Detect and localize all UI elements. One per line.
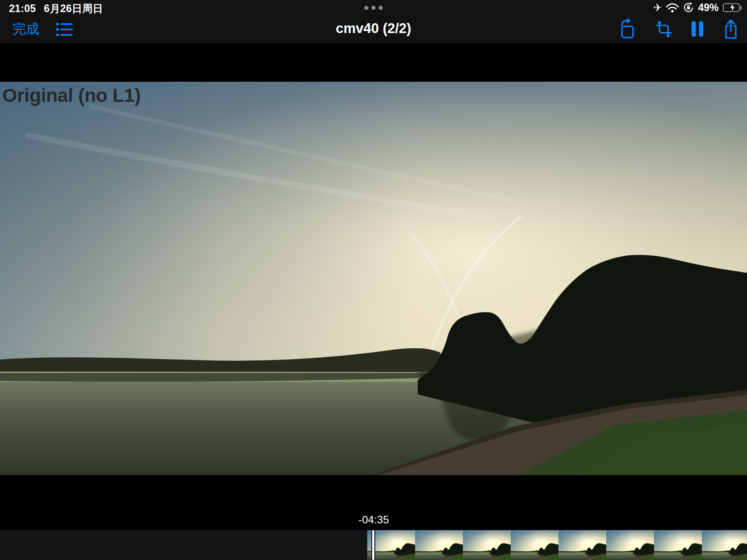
thumbnail-frame — [415, 530, 463, 560]
playhead[interactable] — [372, 530, 374, 560]
header: 21:05 6月26日周日 ✈ 49% — [0, 0, 747, 43]
status-bar: 21:05 6月26日周日 ✈ 49% — [0, 0, 747, 14]
orientation-lock-icon — [683, 2, 694, 13]
share-icon — [722, 18, 740, 40]
video-overlay-label: Original (no L1) — [2, 84, 141, 106]
time-remaining-label: -04:35 — [344, 514, 403, 526]
timeline-thumbnail[interactable] — [558, 530, 606, 560]
toolbar: 完成 cmv40 (2/2) — [0, 14, 747, 43]
crop-icon — [655, 20, 673, 38]
battery-percent: 49% — [698, 2, 718, 14]
pause-icon — [691, 21, 704, 38]
thumbnail-frame — [654, 530, 702, 560]
timeline-thumbnail[interactable] — [463, 530, 511, 560]
timeline-thumbnail[interactable] — [511, 530, 558, 560]
thumbnail-frame — [606, 530, 654, 560]
timeline-filmstrip[interactable] — [0, 530, 747, 560]
thumbnail-frame — [511, 530, 558, 560]
timeline-thumbnail[interactable] — [654, 530, 702, 560]
battery-charging-icon — [723, 3, 742, 12]
rotate-button[interactable] — [618, 19, 637, 39]
wifi-icon — [666, 3, 679, 13]
pause-button[interactable] — [691, 21, 704, 38]
multitasking-dots-icon — [365, 6, 383, 10]
share-button[interactable] — [722, 18, 740, 40]
timeline-thumbnail[interactable] — [367, 530, 415, 560]
charging-bolt-icon — [730, 3, 735, 13]
video-frame — [0, 82, 747, 475]
airplane-icon: ✈ — [653, 3, 662, 13]
status-time: 21:05 — [9, 3, 36, 15]
video-surface[interactable]: Original (no L1) — [0, 82, 747, 475]
timeline-thumbnail[interactable] — [702, 530, 747, 560]
timeline-thumbnail[interactable] — [606, 530, 654, 560]
status-date: 6月26日周日 — [44, 2, 103, 16]
thumbnail-frame — [702, 530, 747, 560]
crop-button[interactable] — [655, 20, 673, 38]
rotate-icon — [618, 19, 637, 39]
thumbnail-strip[interactable] — [367, 530, 747, 560]
thumbnail-frame — [463, 530, 511, 560]
thumbnail-frame — [367, 530, 415, 560]
thumbnail-frame — [558, 530, 606, 560]
timeline-thumbnail[interactable] — [415, 530, 463, 560]
